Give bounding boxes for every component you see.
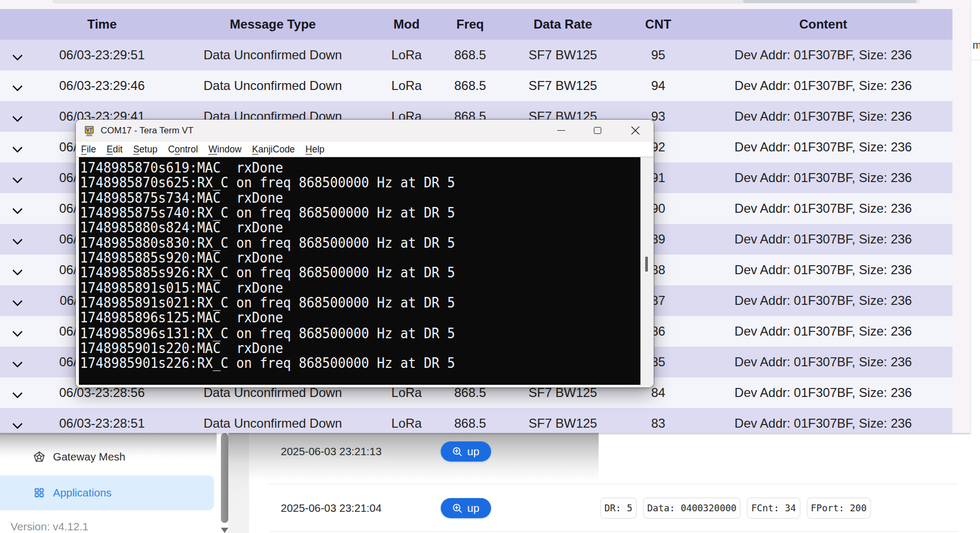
uplink-tag: Data: 0400320000 xyxy=(643,498,741,519)
cell-time: 06/03-23:28:56 xyxy=(34,385,170,400)
header-cnt: CNT xyxy=(622,17,694,32)
cell-content: Dev Addr: 01F307BF, Size: 236 xyxy=(694,355,952,369)
packet-row: 06/03-23:29:51 Data Unconfirmed Down LoR… xyxy=(0,40,952,70)
chevron-down-icon xyxy=(12,234,23,245)
vertical-scrollbar-thumb[interactable] xyxy=(221,433,228,523)
packet-table-header: Time Message Type Mod Freq Data Rate CNT… xyxy=(0,9,952,40)
cell-data-rate: SF7 BW125 xyxy=(503,416,622,431)
cell-time: 06/03-23:28:51 xyxy=(34,416,170,431)
menu-item[interactable]: Setup xyxy=(128,144,163,155)
zoom-in-icon xyxy=(452,503,462,513)
menu-item[interactable]: Control xyxy=(163,144,203,155)
scrollbar-down-arrow[interactable] xyxy=(221,528,228,533)
sidebar-item-applications[interactable]: Applications xyxy=(0,475,214,510)
chevron-down-icon xyxy=(12,81,23,92)
minimize-icon xyxy=(557,130,565,131)
cell-mod: LoRa xyxy=(376,385,437,400)
version-label: Version: v4.12.1 xyxy=(11,520,88,533)
uplink-up-button[interactable]: up xyxy=(441,441,491,462)
row-expander[interactable] xyxy=(0,170,34,185)
menu-item[interactable]: Help xyxy=(300,144,330,155)
uplink-time: 2025-06-03 23:21:04 xyxy=(281,502,381,514)
row-expander[interactable] xyxy=(0,263,34,277)
cell-cnt: 95 xyxy=(622,48,694,62)
uplink-time: 2025-06-03 23:21:13 xyxy=(281,445,381,458)
chevron-down-icon xyxy=(12,419,23,429)
uplink-up-button[interactable]: up xyxy=(441,498,491,518)
sidebar-item-gateway-mesh[interactable]: Gateway Mesh xyxy=(0,445,214,469)
row-expander[interactable] xyxy=(0,324,34,339)
uplink-tag: FCnt: 34 xyxy=(747,498,800,519)
row-expander[interactable] xyxy=(0,355,34,369)
maximize-button[interactable] xyxy=(585,120,610,142)
header-content: Content xyxy=(694,17,952,32)
minimize-button[interactable] xyxy=(549,120,573,142)
zoom-in-icon xyxy=(452,447,462,457)
uplink-up-label: up xyxy=(467,502,479,514)
chevron-down-icon xyxy=(12,296,23,306)
row-expander[interactable] xyxy=(0,78,34,93)
row-expander[interactable] xyxy=(0,48,34,62)
cell-content: Dev Addr: 01F307BF, Size: 236 xyxy=(694,201,952,216)
applications-icon xyxy=(34,488,44,498)
pane-gap-strip xyxy=(228,433,249,533)
menu-item[interactable]: Edit xyxy=(101,144,128,155)
row-expander[interactable] xyxy=(0,232,34,247)
chevron-down-icon xyxy=(12,50,23,61)
teraterm-titlebar[interactable]: VT COM17 - Tera Term VT xyxy=(76,120,654,142)
menu-item[interactable]: File xyxy=(76,144,101,155)
cell-message-type: Data Unconfirmed Down xyxy=(170,48,376,62)
clipped-text-fragment: m xyxy=(973,39,980,51)
close-button[interactable] xyxy=(623,120,647,142)
row-expander[interactable] xyxy=(0,293,34,308)
cell-message-type: Data Unconfirmed Down xyxy=(170,385,376,400)
horizontal-scrollbar-thumb[interactable] xyxy=(743,0,916,3)
cell-content: Dev Addr: 01F307BF, Size: 236 xyxy=(694,263,952,277)
header-message-type: Message Type xyxy=(170,17,376,32)
cell-message-type: Data Unconfirmed Down xyxy=(170,416,376,431)
teraterm-body: 1748985870s619:MAC rxDone 1748985870s625… xyxy=(76,157,654,385)
uplink-tags: DR: 5Data: 0400320000FCnt: 34FPort: 200 xyxy=(600,498,871,519)
sidebar: Gateway Mesh Applications Version: v4.12… xyxy=(0,433,217,533)
teraterm-window: VT COM17 - Tera Term VT File Edit Setup xyxy=(76,120,654,388)
svg-text:VT: VT xyxy=(86,127,93,132)
cell-content: Dev Addr: 01F307BF, Size: 236 xyxy=(694,385,952,400)
menu-item[interactable]: Window xyxy=(203,144,247,155)
uplink-tag: DR: 5 xyxy=(600,498,637,519)
row-expander[interactable] xyxy=(0,109,34,124)
header-mod: Mod xyxy=(376,17,437,32)
right-divider-line xyxy=(971,60,980,60)
uplink-up-label: up xyxy=(467,445,479,458)
terminal-screen[interactable]: 1748985870s619:MAC rxDone 1748985870s625… xyxy=(79,157,640,385)
menu-item[interactable]: KanjiCode xyxy=(247,144,300,155)
row-expander[interactable] xyxy=(0,201,34,216)
cell-content: Dev Addr: 01F307BF, Size: 236 xyxy=(694,48,952,62)
chevron-down-icon xyxy=(12,173,23,184)
screen: m 2025-06-03 23:21:13 up 2 xyxy=(0,0,980,533)
row-expander[interactable] xyxy=(0,416,34,431)
cell-data-rate: SF7 BW125 xyxy=(503,78,622,93)
cell-content: Dev Addr: 01F307BF, Size: 236 xyxy=(694,78,952,93)
chevron-down-icon xyxy=(12,357,23,368)
cell-freq: 868.5 xyxy=(437,385,503,400)
terminal-scrollbar-thumb[interactable] xyxy=(645,257,648,272)
chevron-down-icon xyxy=(12,112,23,122)
header-data-rate: Data Rate xyxy=(503,17,622,32)
sidebar-item-label: Gateway Mesh xyxy=(53,450,126,463)
cell-cnt: 84 xyxy=(622,385,694,400)
row-expander[interactable] xyxy=(0,140,34,155)
list-divider xyxy=(269,484,958,484)
cell-content: Dev Addr: 01F307BF, Size: 236 xyxy=(694,293,952,308)
chevron-down-icon xyxy=(12,327,23,337)
row-expander[interactable] xyxy=(0,385,34,400)
terminal-scrollbar[interactable] xyxy=(640,157,654,385)
cell-message-type: Data Unconfirmed Down xyxy=(170,78,376,93)
sidebar-item-label: Applications xyxy=(53,486,112,499)
cell-cnt: 83 xyxy=(622,416,694,431)
underlying-page: 2025-06-03 23:21:13 up 2025-06-03 23:21:… xyxy=(0,433,980,533)
chevron-down-icon xyxy=(12,142,23,153)
chevron-down-icon xyxy=(12,388,23,399)
cell-freq: 868.5 xyxy=(437,48,503,62)
uplink-list-pane: 2025-06-03 23:21:13 up 2025-06-03 23:21:… xyxy=(249,433,980,533)
header-freq: Freq xyxy=(437,17,503,32)
